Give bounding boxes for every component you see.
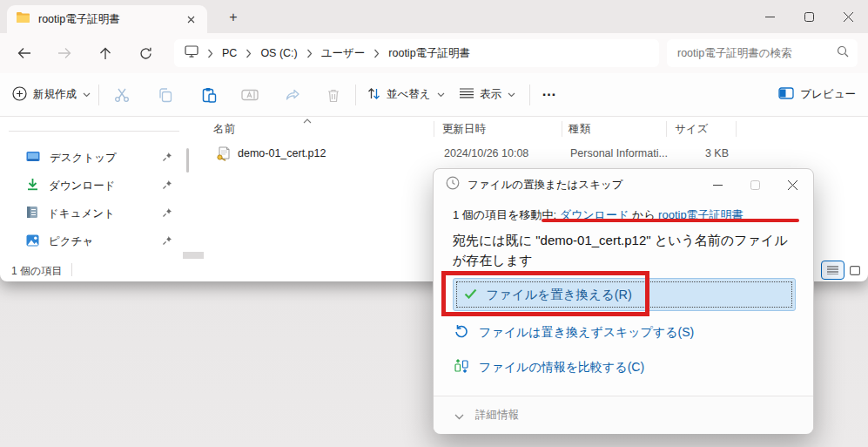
desktop: rootip電子証明書 + — [0, 0, 868, 447]
compare-button-label: ファイルの情報を比較する(C) — [479, 360, 644, 376]
sidebar-item-downloads[interactable]: ダウンロード — [5, 173, 181, 199]
list-lines-icon — [460, 88, 474, 101]
toolbar-divider — [355, 85, 356, 105]
breadcrumb-chevron-icon — [306, 49, 313, 58]
dialog-minimize-button[interactable] — [699, 169, 737, 200]
conflict-message: 宛先には既に "demo-01_cert.p12" という名前のファイルが存在し… — [453, 230, 799, 270]
more-options-button[interactable]: … — [542, 73, 557, 116]
dialog-maximize-button — [737, 169, 774, 200]
share-icon[interactable] — [278, 79, 309, 111]
navigation-pane: デスクトップ ダウンロード ドキュメント — [0, 117, 190, 260]
sort-button[interactable]: 並べ替え — [367, 73, 445, 116]
this-pc-icon[interactable] — [185, 45, 198, 61]
pin-icon — [162, 179, 172, 193]
details-expander[interactable]: 詳細情報 — [434, 396, 813, 434]
skip-icon — [454, 324, 468, 342]
chevron-down-icon — [454, 408, 464, 423]
paste-icon[interactable] — [193, 79, 225, 111]
desktop-icon — [26, 151, 40, 166]
skip-file-button[interactable]: ファイルは置き換えずスキップする(S) — [454, 322, 694, 343]
breadcrumb-chevron-icon — [373, 49, 380, 58]
column-header-type[interactable]: 種類 — [569, 122, 590, 137]
command-bar: 新規作成 並べ替え — [0, 73, 868, 117]
view-button[interactable]: 表示 — [460, 73, 515, 116]
preview-button-label: プレビュー — [800, 87, 856, 102]
dialog-window-controls — [699, 169, 811, 200]
explorer-tab[interactable]: rootip電子証明書 — [7, 5, 207, 33]
sort-ascending-icon — [303, 114, 312, 126]
column-divider[interactable] — [562, 121, 562, 137]
column-divider[interactable] — [434, 121, 434, 137]
breadcrumb-pc[interactable]: PC — [222, 47, 237, 59]
breadcrumb-chevron-icon — [207, 49, 213, 58]
file-name[interactable]: demo-01_cert.p12 — [238, 147, 326, 159]
search-input[interactable] — [677, 47, 837, 59]
details-view-button[interactable] — [821, 261, 844, 280]
status-divider — [71, 263, 72, 276]
skip-button-label: ファイルは置き換えずスキップする(S) — [479, 325, 694, 341]
close-button[interactable] — [829, 0, 868, 33]
sidebar-item-desktop[interactable]: デスクトップ — [5, 145, 181, 171]
breadcrumb-current-folder[interactable]: rootip電子証明書 — [388, 46, 470, 61]
column-header-name[interactable]: 名前 — [213, 122, 235, 137]
chevron-down-icon — [437, 92, 445, 98]
column-header-size[interactable]: サイズ — [675, 122, 708, 137]
minimize-button[interactable] — [750, 0, 790, 33]
new-button-label: 新規作成 — [33, 87, 77, 102]
sidebar-divider — [9, 131, 179, 132]
back-icon[interactable] — [10, 39, 38, 67]
rename-icon[interactable] — [234, 79, 266, 111]
dialog-close-button[interactable] — [774, 169, 811, 200]
details-label: 詳細情報 — [475, 408, 519, 423]
sidebar-item-label: デスクトップ — [50, 151, 117, 166]
file-list-header: 名前 更新日時 種類 サイズ — [200, 117, 868, 141]
red-underline-annotation — [542, 219, 799, 222]
search-icon[interactable] — [837, 45, 849, 61]
refresh-icon[interactable] — [131, 39, 159, 67]
table-row[interactable]: demo-01_cert.p12 2024/10/26 10:08 Person… — [202, 142, 859, 166]
sidebar-scrollbar[interactable] — [186, 148, 189, 173]
chevron-down-icon — [83, 92, 91, 98]
compare-icon — [454, 359, 468, 376]
toolbar-divider — [98, 85, 99, 105]
folder-icon — [16, 11, 30, 27]
toolbar-divider — [529, 85, 530, 105]
breadcrumb-os-c[interactable]: OS (C:) — [260, 47, 297, 59]
preview-pane-icon — [778, 87, 794, 102]
maximize-button[interactable] — [790, 0, 829, 33]
new-tab-button[interactable]: + — [223, 7, 244, 28]
sidebar-item-label: ドキュメント — [48, 207, 115, 221]
address-row: PC OS (C:) ユーザー rootip電子証明書 — [0, 33, 868, 73]
search-box[interactable] — [667, 39, 858, 67]
red-box-annotation — [441, 271, 649, 316]
file-modified: 2024/10/26 10:08 — [444, 147, 528, 159]
breadcrumb-chevron-icon — [246, 49, 252, 58]
address-bar[interactable]: PC OS (C:) ユーザー rootip電子証明書 — [174, 39, 659, 67]
pin-icon — [162, 235, 172, 248]
plus-circle-icon — [12, 86, 27, 104]
new-button[interactable]: 新規作成 — [12, 73, 91, 116]
column-divider[interactable] — [666, 121, 667, 137]
chevron-down-icon — [508, 92, 515, 98]
delete-icon[interactable] — [318, 79, 349, 111]
sidebar-item-documents[interactable]: ドキュメント — [5, 200, 181, 227]
tab-close-icon[interactable] — [183, 11, 198, 27]
certificate-file-icon — [216, 146, 231, 164]
document-icon — [26, 206, 38, 221]
column-header-modified[interactable]: 更新日時 — [442, 122, 486, 137]
pictures-icon — [26, 234, 39, 249]
compare-info-button[interactable]: ファイルの情報を比較する(C) — [454, 357, 644, 378]
breadcrumb-users[interactable]: ユーザー — [321, 46, 366, 61]
sidebar-item-label: ピクチャ — [49, 234, 93, 249]
column-divider[interactable] — [736, 121, 737, 137]
tab-title: rootip電子証明書 — [38, 12, 175, 27]
cut-icon[interactable] — [106, 79, 138, 111]
thumbnail-view-button[interactable] — [843, 261, 866, 280]
up-icon[interactable] — [91, 39, 119, 67]
dialog-title: ファイルの置換またはスキップ — [468, 178, 623, 193]
forward-icon[interactable] — [50, 39, 78, 67]
preview-button[interactable]: プレビュー — [778, 73, 856, 116]
sidebar-item-pictures[interactable]: ピクチャ — [5, 228, 181, 254]
pane-splitter[interactable] — [183, 252, 204, 259]
copy-icon[interactable] — [150, 79, 181, 111]
